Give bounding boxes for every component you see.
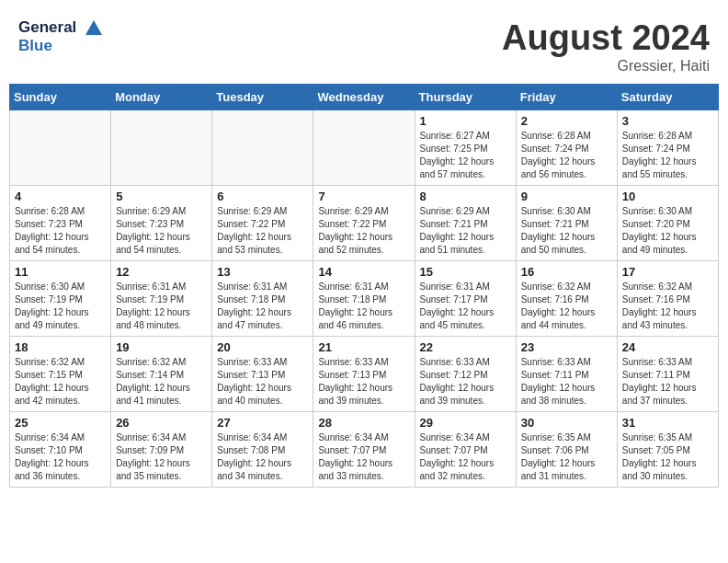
- calendar-cell: 7 Sunrise: 6:29 AM Sunset: 7:22 PM Dayli…: [313, 186, 415, 261]
- day-number: 3: [622, 114, 713, 128]
- month-title: August 2024: [502, 18, 710, 58]
- sunrise-label: Sunrise: 6:33 AM: [622, 357, 692, 367]
- daylight-label: Daylight: 12 hours and 43 minutes.: [622, 307, 697, 330]
- day-number: 17: [622, 265, 713, 279]
- day-number: 12: [116, 265, 207, 279]
- title-area: August 2024 Gressier, Haiti: [502, 18, 710, 75]
- day-info: Sunrise: 6:28 AM Sunset: 7:23 PM Dayligh…: [15, 205, 106, 257]
- day-of-week-header: Wednesday: [313, 85, 415, 110]
- daylight-label: Daylight: 12 hours and 49 minutes.: [15, 307, 89, 330]
- calendar-cell: 1 Sunrise: 6:27 AM Sunset: 7:25 PM Dayli…: [415, 110, 516, 186]
- sunset-label: Sunset: 7:11 PM: [521, 370, 589, 380]
- sunrise-label: Sunrise: 6:29 AM: [116, 206, 186, 216]
- sunset-label: Sunset: 7:07 PM: [420, 445, 488, 455]
- sunrise-label: Sunrise: 6:31 AM: [217, 282, 287, 292]
- sunrise-label: Sunrise: 6:33 AM: [318, 357, 388, 367]
- calendar-cell: [111, 110, 212, 186]
- sunset-label: Sunset: 7:20 PM: [622, 219, 690, 229]
- day-number: 30: [521, 416, 612, 430]
- day-number: 22: [420, 340, 511, 354]
- daylight-label: Daylight: 12 hours and 47 minutes.: [217, 307, 291, 330]
- calendar-cell: 11 Sunrise: 6:30 AM Sunset: 7:19 PM Dayl…: [10, 261, 111, 337]
- calendar-cell: 26 Sunrise: 6:34 AM Sunset: 7:09 PM Dayl…: [111, 412, 212, 488]
- day-of-week-header: Saturday: [617, 85, 718, 110]
- sunrise-label: Sunrise: 6:31 AM: [420, 282, 490, 292]
- day-number: 15: [420, 265, 511, 279]
- sunset-label: Sunset: 7:18 PM: [318, 294, 386, 304]
- day-number: 11: [15, 265, 106, 279]
- day-info: Sunrise: 6:35 AM Sunset: 7:05 PM Dayligh…: [622, 431, 713, 483]
- day-info: Sunrise: 6:29 AM Sunset: 7:23 PM Dayligh…: [116, 205, 207, 257]
- sunset-label: Sunset: 7:24 PM: [521, 144, 589, 154]
- sunset-label: Sunset: 7:07 PM: [318, 445, 386, 455]
- daylight-label: Daylight: 12 hours and 39 minutes.: [420, 383, 495, 406]
- day-info: Sunrise: 6:31 AM Sunset: 7:18 PM Dayligh…: [318, 281, 409, 332]
- calendar-cell: 30 Sunrise: 6:35 AM Sunset: 7:06 PM Dayl…: [516, 412, 617, 488]
- day-info: Sunrise: 6:32 AM Sunset: 7:16 PM Dayligh…: [622, 281, 713, 332]
- day-number: 23: [521, 340, 612, 354]
- day-info: Sunrise: 6:32 AM Sunset: 7:15 PM Dayligh…: [15, 356, 106, 408]
- day-number: 13: [217, 265, 308, 279]
- sunrise-label: Sunrise: 6:32 AM: [622, 282, 692, 292]
- day-info: Sunrise: 6:31 AM Sunset: 7:17 PM Dayligh…: [420, 281, 511, 332]
- day-info: Sunrise: 6:33 AM Sunset: 7:13 PM Dayligh…: [217, 356, 308, 408]
- page-header: General Blue August 2024 Gressier, Haiti: [9, 9, 719, 79]
- sunset-label: Sunset: 7:24 PM: [622, 144, 690, 154]
- daylight-label: Daylight: 12 hours and 30 minutes.: [622, 458, 697, 481]
- day-of-week-header: Thursday: [415, 85, 516, 110]
- calendar-cell: 21 Sunrise: 6:33 AM Sunset: 7:13 PM Dayl…: [313, 337, 415, 412]
- calendar-cell: 25 Sunrise: 6:34 AM Sunset: 7:10 PM Dayl…: [10, 412, 111, 488]
- daylight-label: Daylight: 12 hours and 37 minutes.: [622, 383, 697, 406]
- calendar-cell: 20 Sunrise: 6:33 AM Sunset: 7:13 PM Dayl…: [212, 337, 313, 412]
- daylight-label: Daylight: 12 hours and 54 minutes.: [116, 232, 190, 255]
- day-number: 20: [217, 340, 308, 354]
- calendar-cell: [10, 110, 111, 186]
- sunset-label: Sunset: 7:14 PM: [116, 370, 184, 380]
- day-number: 24: [622, 340, 713, 354]
- day-of-week-header: Friday: [516, 85, 617, 110]
- daylight-label: Daylight: 12 hours and 56 minutes.: [521, 156, 596, 179]
- daylight-label: Daylight: 12 hours and 35 minutes.: [116, 458, 190, 481]
- daylight-label: Daylight: 12 hours and 55 minutes.: [622, 156, 697, 179]
- day-of-week-header: Monday: [111, 85, 212, 110]
- sunrise-label: Sunrise: 6:35 AM: [622, 432, 692, 442]
- sunrise-label: Sunrise: 6:28 AM: [15, 206, 85, 216]
- sunset-label: Sunset: 7:06 PM: [521, 445, 589, 455]
- day-number: 18: [15, 340, 106, 354]
- sunrise-label: Sunrise: 6:30 AM: [622, 206, 692, 216]
- day-number: 31: [622, 416, 713, 430]
- sunrise-label: Sunrise: 6:28 AM: [622, 131, 692, 141]
- day-info: Sunrise: 6:33 AM Sunset: 7:11 PM Dayligh…: [622, 356, 713, 408]
- sunrise-label: Sunrise: 6:28 AM: [521, 131, 591, 141]
- daylight-label: Daylight: 12 hours and 52 minutes.: [318, 232, 392, 255]
- day-info: Sunrise: 6:34 AM Sunset: 7:08 PM Dayligh…: [217, 431, 308, 483]
- daylight-label: Daylight: 12 hours and 48 minutes.: [116, 307, 190, 330]
- calendar-cell: 10 Sunrise: 6:30 AM Sunset: 7:20 PM Dayl…: [617, 186, 718, 261]
- day-number: 8: [420, 190, 511, 203]
- sunrise-label: Sunrise: 6:32 AM: [15, 357, 85, 367]
- logo: General Blue: [18, 18, 104, 55]
- sunset-label: Sunset: 7:22 PM: [318, 219, 386, 229]
- day-info: Sunrise: 6:32 AM Sunset: 7:16 PM Dayligh…: [521, 281, 612, 332]
- daylight-label: Daylight: 12 hours and 50 minutes.: [521, 232, 596, 255]
- calendar-cell: 3 Sunrise: 6:28 AM Sunset: 7:24 PM Dayli…: [617, 110, 718, 186]
- daylight-label: Daylight: 12 hours and 39 minutes.: [318, 383, 392, 406]
- day-number: 27: [217, 416, 308, 430]
- daylight-label: Daylight: 12 hours and 40 minutes.: [217, 383, 291, 406]
- calendar-cell: 17 Sunrise: 6:32 AM Sunset: 7:16 PM Dayl…: [617, 261, 718, 337]
- calendar-cell: 6 Sunrise: 6:29 AM Sunset: 7:22 PM Dayli…: [212, 186, 313, 261]
- daylight-label: Daylight: 12 hours and 51 minutes.: [420, 232, 495, 255]
- calendar-header-row: SundayMondayTuesdayWednesdayThursdayFrid…: [10, 85, 719, 110]
- day-info: Sunrise: 6:33 AM Sunset: 7:13 PM Dayligh…: [318, 356, 409, 408]
- day-info: Sunrise: 6:34 AM Sunset: 7:07 PM Dayligh…: [420, 431, 511, 483]
- calendar-cell: 12 Sunrise: 6:31 AM Sunset: 7:19 PM Dayl…: [111, 261, 212, 337]
- sunrise-label: Sunrise: 6:30 AM: [521, 206, 591, 216]
- calendar-table: SundayMondayTuesdayWednesdayThursdayFrid…: [9, 84, 719, 488]
- calendar-cell: 15 Sunrise: 6:31 AM Sunset: 7:17 PM Dayl…: [415, 261, 516, 337]
- day-info: Sunrise: 6:29 AM Sunset: 7:21 PM Dayligh…: [420, 205, 511, 257]
- day-number: 14: [318, 265, 409, 279]
- daylight-label: Daylight: 12 hours and 34 minutes.: [217, 458, 291, 481]
- daylight-label: Daylight: 12 hours and 42 minutes.: [15, 383, 89, 406]
- calendar-week-row: 11 Sunrise: 6:30 AM Sunset: 7:19 PM Dayl…: [10, 261, 719, 337]
- day-number: 28: [318, 416, 409, 430]
